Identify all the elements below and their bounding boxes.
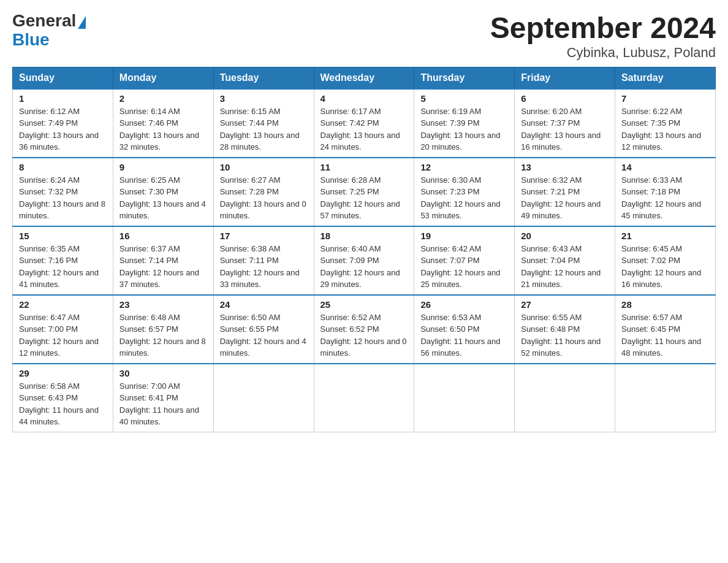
- day-info: Sunrise: 6:53 AM Sunset: 6:50 PM Dayligh…: [420, 312, 508, 359]
- table-row: 29 Sunrise: 6:58 AM Sunset: 6:43 PM Dayl…: [13, 364, 113, 432]
- day-number: 19: [420, 231, 508, 241]
- table-row: [314, 364, 414, 432]
- day-info: Sunrise: 7:00 AM Sunset: 6:41 PM Dayligh…: [119, 380, 207, 428]
- table-row: 20 Sunrise: 6:43 AM Sunset: 7:04 PM Dayl…: [515, 226, 615, 295]
- day-number: 4: [320, 93, 408, 104]
- table-row: 9 Sunrise: 6:25 AM Sunset: 7:30 PM Dayli…: [113, 158, 213, 226]
- day-number: 23: [119, 299, 207, 310]
- table-row: 21 Sunrise: 6:45 AM Sunset: 7:02 PM Dayl…: [615, 226, 716, 295]
- table-row: 30 Sunrise: 7:00 AM Sunset: 6:41 PM Dayl…: [113, 364, 213, 432]
- day-number: 2: [119, 93, 207, 104]
- day-number: 30: [119, 368, 207, 378]
- day-number: 3: [220, 93, 308, 104]
- table-row: 12 Sunrise: 6:30 AM Sunset: 7:23 PM Dayl…: [414, 158, 515, 226]
- day-info: Sunrise: 6:55 AM Sunset: 6:48 PM Dayligh…: [521, 312, 609, 359]
- day-number: 1: [19, 93, 107, 104]
- table-row: 22 Sunrise: 6:47 AM Sunset: 7:00 PM Dayl…: [13, 295, 113, 364]
- day-info: Sunrise: 6:57 AM Sunset: 6:45 PM Dayligh…: [621, 312, 709, 359]
- table-row: 26 Sunrise: 6:53 AM Sunset: 6:50 PM Dayl…: [414, 295, 515, 364]
- table-row: 19 Sunrise: 6:42 AM Sunset: 7:07 PM Dayl…: [414, 226, 515, 295]
- day-info: Sunrise: 6:33 AM Sunset: 7:18 PM Dayligh…: [621, 174, 709, 222]
- day-number: 24: [220, 299, 308, 310]
- table-row: 16 Sunrise: 6:37 AM Sunset: 7:14 PM Dayl…: [113, 226, 213, 295]
- page-subtitle: Cybinka, Lubusz, Poland: [490, 45, 716, 61]
- day-number: 5: [420, 93, 508, 104]
- day-info: Sunrise: 6:43 AM Sunset: 7:04 PM Dayligh…: [521, 243, 609, 291]
- col-monday: Monday: [113, 67, 213, 89]
- col-wednesday: Wednesday: [314, 67, 414, 89]
- day-number: 26: [420, 299, 508, 310]
- day-info: Sunrise: 6:32 AM Sunset: 7:21 PM Dayligh…: [521, 174, 609, 222]
- day-info: Sunrise: 6:45 AM Sunset: 7:02 PM Dayligh…: [621, 243, 709, 291]
- day-number: 15: [19, 231, 107, 241]
- calendar-week-row: 29 Sunrise: 6:58 AM Sunset: 6:43 PM Dayl…: [13, 364, 716, 432]
- day-info: Sunrise: 6:37 AM Sunset: 7:14 PM Dayligh…: [119, 243, 207, 291]
- day-info: Sunrise: 6:40 AM Sunset: 7:09 PM Dayligh…: [320, 243, 408, 291]
- day-info: Sunrise: 6:22 AM Sunset: 7:35 PM Dayligh…: [621, 105, 709, 153]
- day-number: 27: [521, 299, 609, 310]
- day-number: 18: [320, 231, 408, 241]
- table-row: 18 Sunrise: 6:40 AM Sunset: 7:09 PM Dayl…: [314, 226, 414, 295]
- day-info: Sunrise: 6:50 AM Sunset: 6:55 PM Dayligh…: [220, 312, 308, 359]
- day-info: Sunrise: 6:47 AM Sunset: 7:00 PM Dayligh…: [19, 312, 107, 359]
- day-number: 20: [521, 231, 609, 241]
- day-number: 25: [320, 299, 408, 310]
- day-number: 28: [621, 299, 709, 310]
- day-number: 14: [621, 162, 709, 172]
- day-info: Sunrise: 6:38 AM Sunset: 7:11 PM Dayligh…: [220, 243, 308, 291]
- table-row: 27 Sunrise: 6:55 AM Sunset: 6:48 PM Dayl…: [515, 295, 615, 364]
- table-row: 14 Sunrise: 6:33 AM Sunset: 7:18 PM Dayl…: [615, 158, 716, 226]
- col-saturday: Saturday: [615, 67, 716, 89]
- logo-blue-text: Blue: [12, 30, 50, 49]
- col-sunday: Sunday: [13, 67, 113, 89]
- table-row: 24 Sunrise: 6:50 AM Sunset: 6:55 PM Dayl…: [213, 295, 314, 364]
- day-info: Sunrise: 6:25 AM Sunset: 7:30 PM Dayligh…: [119, 174, 207, 222]
- day-info: Sunrise: 6:42 AM Sunset: 7:07 PM Dayligh…: [420, 243, 508, 291]
- table-row: 23 Sunrise: 6:48 AM Sunset: 6:57 PM Dayl…: [113, 295, 213, 364]
- day-info: Sunrise: 6:15 AM Sunset: 7:44 PM Dayligh…: [220, 105, 308, 153]
- title-block: September 2024 Cybinka, Lubusz, Poland: [490, 12, 716, 61]
- day-info: Sunrise: 6:30 AM Sunset: 7:23 PM Dayligh…: [420, 174, 508, 222]
- calendar-week-row: 1 Sunrise: 6:12 AM Sunset: 7:49 PM Dayli…: [13, 89, 716, 158]
- day-info: Sunrise: 6:52 AM Sunset: 6:52 PM Dayligh…: [320, 312, 408, 359]
- day-number: 6: [521, 93, 609, 104]
- day-info: Sunrise: 6:27 AM Sunset: 7:28 PM Dayligh…: [220, 174, 308, 222]
- day-number: 12: [420, 162, 508, 172]
- day-info: Sunrise: 6:24 AM Sunset: 7:32 PM Dayligh…: [19, 174, 107, 222]
- day-number: 7: [621, 93, 709, 104]
- day-info: Sunrise: 6:12 AM Sunset: 7:49 PM Dayligh…: [19, 105, 107, 153]
- day-info: Sunrise: 6:58 AM Sunset: 6:43 PM Dayligh…: [19, 380, 107, 428]
- table-row: 7 Sunrise: 6:22 AM Sunset: 7:35 PM Dayli…: [615, 89, 716, 158]
- calendar-week-row: 22 Sunrise: 6:47 AM Sunset: 7:00 PM Dayl…: [13, 295, 716, 364]
- day-number: 8: [19, 162, 107, 172]
- col-friday: Friday: [515, 67, 615, 89]
- table-row: 28 Sunrise: 6:57 AM Sunset: 6:45 PM Dayl…: [615, 295, 716, 364]
- table-row: [515, 364, 615, 432]
- day-number: 22: [19, 299, 107, 310]
- col-tuesday: Tuesday: [213, 67, 314, 89]
- table-row: 2 Sunrise: 6:14 AM Sunset: 7:46 PM Dayli…: [113, 89, 213, 158]
- calendar-week-row: 8 Sunrise: 6:24 AM Sunset: 7:32 PM Dayli…: [13, 158, 716, 226]
- table-row: 10 Sunrise: 6:27 AM Sunset: 7:28 PM Dayl…: [213, 158, 314, 226]
- day-info: Sunrise: 6:35 AM Sunset: 7:16 PM Dayligh…: [19, 243, 107, 291]
- table-row: 4 Sunrise: 6:17 AM Sunset: 7:42 PM Dayli…: [314, 89, 414, 158]
- day-number: 13: [521, 162, 609, 172]
- table-row: 25 Sunrise: 6:52 AM Sunset: 6:52 PM Dayl…: [314, 295, 414, 364]
- day-info: Sunrise: 6:14 AM Sunset: 7:46 PM Dayligh…: [119, 105, 207, 153]
- table-row: 11 Sunrise: 6:28 AM Sunset: 7:25 PM Dayl…: [314, 158, 414, 226]
- day-number: 10: [220, 162, 308, 172]
- table-row: 3 Sunrise: 6:15 AM Sunset: 7:44 PM Dayli…: [213, 89, 314, 158]
- page-header: General Blue September 2024 Cybinka, Lub…: [12, 12, 716, 61]
- day-info: Sunrise: 6:20 AM Sunset: 7:37 PM Dayligh…: [521, 105, 609, 153]
- day-number: 9: [119, 162, 207, 172]
- table-row: [615, 364, 716, 432]
- day-number: 17: [220, 231, 308, 241]
- day-info: Sunrise: 6:19 AM Sunset: 7:39 PM Dayligh…: [420, 105, 508, 153]
- logo-general-text: General: [12, 11, 76, 30]
- day-number: 21: [621, 231, 709, 241]
- table-row: 5 Sunrise: 6:19 AM Sunset: 7:39 PM Dayli…: [414, 89, 515, 158]
- table-row: [213, 364, 314, 432]
- calendar-table: Sunday Monday Tuesday Wednesday Thursday…: [12, 67, 716, 432]
- table-row: 1 Sunrise: 6:12 AM Sunset: 7:49 PM Dayli…: [13, 89, 113, 158]
- table-row: 13 Sunrise: 6:32 AM Sunset: 7:21 PM Dayl…: [515, 158, 615, 226]
